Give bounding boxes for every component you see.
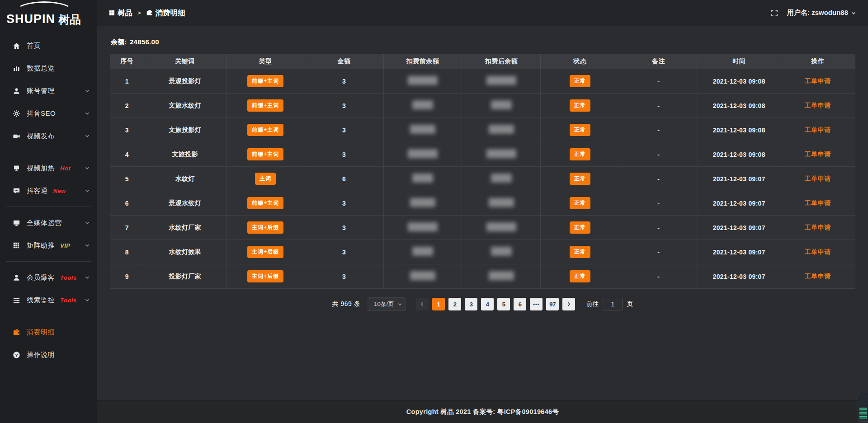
masked-balance-before [408,222,438,231]
chevron-down-icon [85,220,90,226]
cell-time: 2021-12-03 09:07 [698,240,780,264]
chevron-down-icon [85,111,90,116]
sidebar-item-all-media[interactable]: 全媒体运营 [0,212,97,234]
sidebar-item-account-mgmt[interactable]: 账号管理 [0,80,97,102]
page-button-2[interactable]: 2 [448,298,461,310]
sidebar-item-label: 抖客通 [27,187,48,195]
col-header: 状态 [541,54,619,69]
username-label: 用户名: zswodun88 [787,9,848,17]
sidebar-item-home[interactable]: 首页 [0,34,97,57]
chevron-left-icon [420,301,425,307]
cell-amount: 3 [305,142,383,167]
page-button-6[interactable]: 6 [514,298,526,310]
cell-no: 8 [110,240,144,264]
floating-widget[interactable] [858,393,868,422]
masked-balance-before [410,271,435,280]
masked-balance-before [412,247,433,256]
type-tag: 前缀+主词 [247,148,283,160]
table-row: 9 投影灯厂家 主词+后缀 3 正常 - 2021-12-03 09:07 工单… [110,264,855,289]
type-tag: 前缀+主词 [247,197,283,209]
sidebar-item-data-overview[interactable]: 数据总览 [0,57,97,80]
masked-balance-after [486,149,516,158]
page-button-last[interactable]: 97 [546,298,559,310]
work-order-link[interactable]: 工单申请 [805,199,831,207]
sidebar-item-member-baoke[interactable]: 会员爆客 Tools [0,266,97,289]
prev-page-button[interactable] [416,298,429,310]
chevron-down-icon [397,302,402,307]
table-header-row: 序号 关键词 类型 金额 扣费前余额 扣费后余额 状态 备注 时间 操作 [110,54,855,69]
sidebar-item-doketong[interactable]: 抖客通 New [0,179,97,202]
cell-keyword: 景观水纹灯 [144,191,226,216]
breadcrumb-current[interactable]: 消费明细 [146,8,185,18]
divider [6,316,91,316]
sidebar-item-video-publish[interactable]: 视频发布 [0,125,97,147]
work-order-link[interactable]: 工单申请 [805,150,831,158]
sidebar-item-lead-monitor[interactable]: 线索监控 Tools [0,289,97,311]
chevron-down-icon [851,10,856,16]
goto-page: 前往 页 [586,298,633,310]
work-order-link[interactable]: 工单申请 [805,273,831,280]
cell-time: 2021-12-03 09:08 [698,69,780,94]
breadcrumb-home[interactable]: 树品 [109,8,132,18]
sidebar-item-video-heat[interactable]: 视频加热 Hot [0,157,97,179]
cell-no: 9 [110,264,144,289]
balance-label: 余额: [111,38,127,46]
sidebar-item-matrix-boost[interactable]: 矩阵助推 VIP [0,234,97,257]
page-buttons: 1 2 3 4 5 6 ••• 97 [416,298,575,310]
sidebar-menu: 首页 数据总览 账号管理 抖音SEO [0,29,97,366]
app-logo: SHUPIN 树品 [0,0,97,29]
grid-icon [12,241,20,249]
masked-balance-before [412,100,433,109]
table-row: 1 景观投影灯 前缀+主词 3 正常 - 2021-12-03 09:08 工单… [110,69,855,94]
col-header: 时间 [698,54,780,69]
page-button-3[interactable]: 3 [465,298,477,310]
user-menu[interactable]: 用户名: zswodun88 [787,9,856,17]
next-page-button[interactable] [562,298,575,310]
sidebar-item-label: 会员爆客 [27,273,55,282]
chevron-down-icon [85,243,90,248]
work-order-link[interactable]: 工单申请 [805,126,831,133]
more-pages-button[interactable]: ••• [530,298,542,310]
page-button-4[interactable]: 4 [481,298,494,310]
cell-note: - [619,142,698,167]
work-order-link[interactable]: 工单申请 [805,175,831,182]
cell-time: 2021-12-03 09:07 [698,167,780,191]
cell-note: - [619,94,698,118]
hot-badge: Hot [60,165,71,172]
cell-note: - [619,69,698,94]
floating-widget-stripes [859,408,867,419]
work-order-link[interactable]: 工单申请 [805,77,831,85]
cell-note: - [619,264,698,289]
page-button-5[interactable]: 5 [497,298,510,310]
chevron-down-icon [85,88,90,94]
user-icon [12,273,20,282]
cell-time: 2021-12-03 09:07 [698,216,780,240]
screen-icon [12,164,20,172]
sidebar-item-douyin-seo[interactable]: 抖音SEO [0,102,97,125]
cell-no: 7 [110,216,144,240]
status-tag: 正常 [570,246,590,258]
sidebar-item-consumption-detail[interactable]: 消费明细 [0,321,97,343]
work-order-link[interactable]: 工单申请 [805,224,831,231]
work-order-link[interactable]: 工单申请 [805,248,831,255]
fullscreen-icon[interactable] [771,9,778,17]
home-icon [12,42,20,50]
page-size-select[interactable]: 10条/页 [368,297,406,311]
sidebar-item-label: 账号管理 [27,87,55,95]
masked-balance-before [408,76,438,85]
work-order-link[interactable]: 工单申请 [805,102,831,109]
type-tag: 前缀+主词 [247,124,283,136]
goto-label: 前往 [586,300,599,308]
question-icon: ? [12,351,20,359]
goto-page-input[interactable] [603,298,623,310]
sidebar-item-instructions[interactable]: ? 操作说明 [0,343,97,366]
table-row: 6 景观水纹灯 前缀+主词 3 正常 - 2021-12-03 09:07 工单… [110,191,855,216]
masked-balance-after [489,271,514,280]
sidebar-item-label: 视频加热 [27,164,55,173]
vip-badge: VIP [60,242,70,249]
cell-keyword: 文旅水纹灯 [144,94,226,118]
cell-amount: 3 [305,69,383,94]
cell-amount: 6 [305,167,383,191]
page-button-1[interactable]: 1 [432,298,445,310]
cell-amount: 3 [305,118,383,142]
